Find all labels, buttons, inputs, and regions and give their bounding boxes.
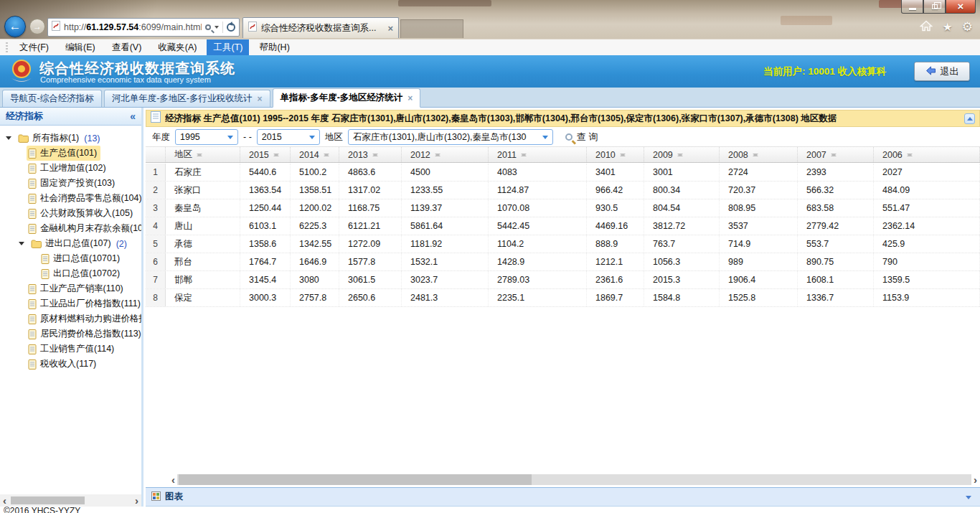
expander-icon[interactable] xyxy=(6,136,11,143)
tree-node-label[interactable]: 公共财政预算收入(105) xyxy=(27,206,136,221)
column-header-2010[interactable]: 2010 xyxy=(587,147,644,162)
table-row[interactable]: 1石家庄5440.65100.24863.6450040833401300127… xyxy=(146,164,980,182)
column-header-2011[interactable]: 2011 xyxy=(489,147,587,162)
menu-item-5[interactable]: 帮助(H) xyxy=(253,39,296,56)
tree-node-label[interactable]: 税收收入(117) xyxy=(27,357,100,372)
logout-button[interactable]: 退出 xyxy=(914,62,970,81)
column-header-2008[interactable]: 2008 xyxy=(720,147,798,162)
tree-node-label[interactable]: 工业销售产值(114) xyxy=(27,342,118,357)
column-header-2007[interactable]: 2007 xyxy=(798,147,874,162)
tree-node-label[interactable]: 金融机构月末存款余额(106) xyxy=(27,221,141,236)
tree-node-label[interactable]: 进出口总值(107)(2) xyxy=(29,236,131,251)
search-dropdown-icon[interactable] xyxy=(215,26,219,31)
scrollbar-track[interactable] xyxy=(177,474,971,485)
expander-icon[interactable] xyxy=(19,242,24,248)
table-row[interactable]: 5承德1358.61342.551272.091181.921104.2888.… xyxy=(146,235,980,253)
content-tab-0[interactable]: 导航页-综合经济指标 xyxy=(2,90,102,107)
home-icon[interactable] xyxy=(920,20,933,34)
tree-item-8[interactable]: 进口总值(10701) xyxy=(0,251,141,266)
scrollbar-thumb[interactable] xyxy=(11,496,85,504)
year-from-select[interactable]: 1995 xyxy=(175,129,238,145)
tab-close-icon[interactable] xyxy=(407,93,413,103)
column-header-地区[interactable]: 地区 xyxy=(166,147,240,162)
menu-item-0[interactable]: 文件(F) xyxy=(13,39,55,56)
restore-button[interactable] xyxy=(923,0,946,14)
value-cell: 2361.6 xyxy=(587,271,644,288)
menu-item-2[interactable]: 查看(V) xyxy=(105,39,149,56)
tree-node-label[interactable]: 工业增加值(102) xyxy=(27,161,110,176)
favorites-star-icon[interactable] xyxy=(942,20,952,34)
value-cell: 4500 xyxy=(402,164,489,181)
tree-node-label[interactable]: 工业品出厂价格指数(111) xyxy=(27,296,141,311)
tab-close-icon[interactable] xyxy=(258,94,263,104)
column-header-2009[interactable]: 2009 xyxy=(644,147,720,162)
close-button[interactable] xyxy=(946,0,976,14)
query-button[interactable]: 查 询 xyxy=(565,131,598,143)
chart-panel-toggle[interactable]: 图表 xyxy=(146,487,980,506)
table-row[interactable]: 4唐山6103.16225.36121.215861.645442.454469… xyxy=(146,217,980,235)
tree-item-2[interactable]: 工业增加值(102) xyxy=(0,161,141,176)
settings-gear-icon[interactable] xyxy=(962,19,973,34)
table-row[interactable]: 7邯郸3145.430803061.53023.72789.032361.620… xyxy=(146,271,980,289)
tree-item-4[interactable]: 社会消费品零售总额(104) xyxy=(0,191,141,206)
tree-node-label[interactable]: 原材料燃料动力购进价格指数(112) xyxy=(27,311,141,326)
content-tab-1[interactable]: 河北单年度-多地区-多行业税收统计 xyxy=(104,90,270,107)
menu-item-4[interactable]: 工具(T) xyxy=(207,39,249,56)
table-row[interactable]: 6邢台1764.71646.91577.81532.11428.91212.11… xyxy=(146,253,980,271)
scrollbar-thumb[interactable] xyxy=(179,474,532,485)
column-header-2012[interactable]: 2012 xyxy=(402,147,489,162)
table-row[interactable]: 8保定3000.32757.82650.62481.32235.11869.71… xyxy=(146,289,980,307)
address-bar[interactable]: http://61.129.57.54:6099/main.html xyxy=(47,18,240,37)
tree-node-label[interactable]: 出口总值(10702) xyxy=(39,266,123,281)
tree-node-label[interactable]: 生产总值(101) xyxy=(27,146,100,161)
forward-button[interactable] xyxy=(29,19,45,34)
menu-item-1[interactable]: 编辑(E) xyxy=(59,39,102,56)
tree-node-label[interactable]: 进口总值(10701) xyxy=(39,251,123,266)
column-header-2015[interactable]: 2015 xyxy=(240,147,291,162)
tree-item-11[interactable]: 工业品出厂价格指数(111) xyxy=(0,296,141,311)
scroll-right-icon[interactable] xyxy=(135,494,138,507)
tree-node-label[interactable]: 固定资产投资(103) xyxy=(27,176,118,191)
search-icon[interactable] xyxy=(205,24,211,30)
tree-node-label[interactable]: 所有指标(1)(13) xyxy=(17,131,104,146)
tree-item-10[interactable]: 工业产品产销率(110) xyxy=(0,281,141,296)
tree-node-label[interactable]: 工业产品产销率(110) xyxy=(27,281,127,296)
tree-item-3[interactable]: 固定资产投资(103) xyxy=(0,176,141,191)
table-row[interactable]: 2张家口1363.541358.511317.021233.551124.879… xyxy=(146,182,980,199)
tree-item-12[interactable]: 原材料燃料动力购进价格指数(112) xyxy=(0,311,141,326)
back-button[interactable] xyxy=(4,16,26,37)
tree-item-7[interactable]: 进出口总值(107)(2) xyxy=(0,236,141,251)
tree-item-14[interactable]: 工业销售产值(114) xyxy=(0,342,141,357)
tree-item-5[interactable]: 公共财政预算收入(105) xyxy=(0,206,141,221)
column-header-2014[interactable]: 2014 xyxy=(291,147,339,162)
tree-item-9[interactable]: 出口总值(10702) xyxy=(0,266,141,281)
minimize-button[interactable] xyxy=(901,0,923,14)
year-to-select[interactable]: 2015 xyxy=(257,129,320,145)
scroll-left-icon[interactable] xyxy=(3,494,6,507)
tree-item-6[interactable]: 金融机构月末存款余额(106) xyxy=(0,221,141,236)
table-hscrollbar[interactable] xyxy=(171,474,977,486)
menu-item-3[interactable]: 收藏夹(A) xyxy=(151,39,203,56)
tree-node-label[interactable]: 居民消费价格总指数(113) xyxy=(27,326,141,342)
table-row[interactable]: 3秦皇岛1250.441200.021168.751139.371070.089… xyxy=(146,199,980,217)
browser-tab[interactable]: 综合性经济税收数据查询系... xyxy=(242,17,399,38)
tree-node-label[interactable]: 社会消费品零售总额(104) xyxy=(27,191,141,206)
tree-item-text: 工业销售产值(114) xyxy=(40,343,114,355)
scroll-left-icon[interactable] xyxy=(171,474,175,486)
column-header-2006[interactable]: 2006 xyxy=(874,147,980,162)
refresh-icon[interactable] xyxy=(227,23,235,32)
tree-item-1[interactable]: 生产总值(101) xyxy=(0,146,141,161)
url-text[interactable]: http://61.129.57.54:6099/main.html xyxy=(64,22,202,32)
new-tab-button[interactable] xyxy=(400,19,463,38)
tree-item-13[interactable]: 居民消费价格总指数(113) xyxy=(0,326,141,342)
tree-item-15[interactable]: 税收收入(117) xyxy=(0,357,141,372)
column-header-2013[interactable]: 2013 xyxy=(339,147,402,162)
region-select[interactable]: 石家庄市(1301),唐山市(1302),秦皇岛市(130 xyxy=(348,129,553,145)
panel-collapse-button[interactable] xyxy=(964,113,975,124)
sidebar-collapse-icon[interactable] xyxy=(130,110,136,122)
tab-close-icon[interactable] xyxy=(387,22,393,34)
sidebar-hscrollbar[interactable] xyxy=(0,494,141,507)
content-tab-2[interactable]: 单指标-多年度-多地区经济统计 xyxy=(273,88,421,108)
tree-item-0[interactable]: 所有指标(1)(13) xyxy=(0,131,141,146)
scroll-right-icon[interactable] xyxy=(974,474,977,486)
